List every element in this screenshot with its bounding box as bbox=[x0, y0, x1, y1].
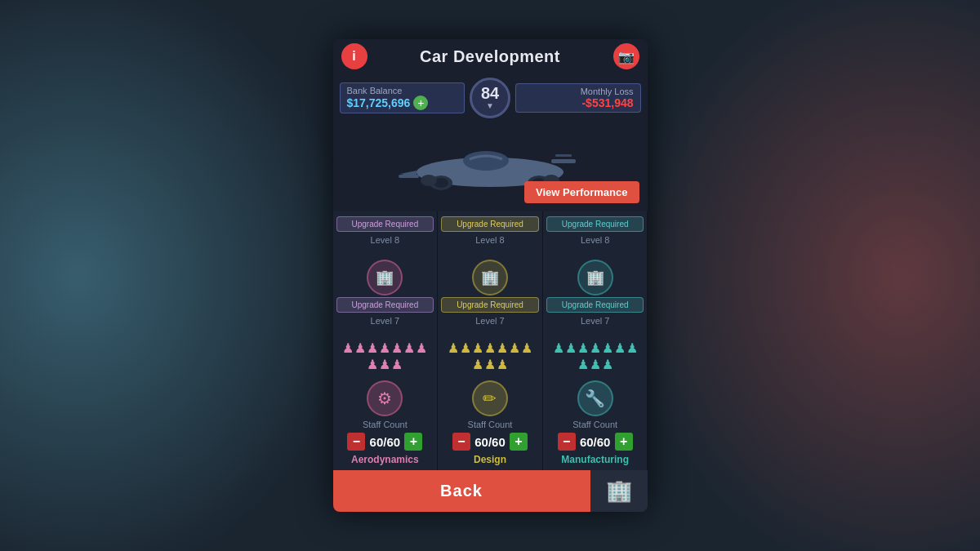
control-cell-design: ✏ Staff Count − 60/60 + Design bbox=[438, 375, 542, 470]
page-title: Car Development bbox=[420, 47, 560, 66]
staff-count-label-aero: Staff Count bbox=[363, 420, 408, 429]
back-button[interactable]: Back bbox=[333, 470, 590, 512]
upgrade-btn-design-mid[interactable]: Upgrade Required bbox=[441, 297, 539, 313]
building-footer-icon: 🏢 bbox=[590, 470, 648, 512]
car-display-area: View Performance bbox=[333, 122, 648, 211]
monthly-label: Monthly Loss bbox=[523, 87, 634, 96]
level-number: 84 bbox=[481, 85, 499, 101]
mfg-dept-icon: 🔧 bbox=[577, 380, 613, 416]
design-count-value: 60/60 bbox=[474, 435, 506, 449]
add-funds-button[interactable]: + bbox=[413, 96, 428, 110]
count-control-aero: − 60/60 + bbox=[347, 433, 422, 451]
level-mfg-top: Level 8 bbox=[581, 235, 609, 245]
svg-rect-3 bbox=[555, 154, 572, 157]
staff-count-label-design: Staff Count bbox=[468, 420, 513, 429]
count-control-mfg: − 60/60 + bbox=[558, 433, 633, 451]
dept-cell-design-mid: 🏢 Upgrade Required Level 7 bbox=[438, 253, 542, 334]
aero-count-value: 60/60 bbox=[368, 435, 401, 449]
staff-cell-aero: ♟ ♟ ♟ ♟ ♟ ♟ ♟ ♟ ♟ ♟ bbox=[333, 334, 438, 375]
footer: Back 🏢 bbox=[333, 470, 648, 512]
info-button[interactable]: i bbox=[341, 43, 368, 69]
svg-point-1 bbox=[463, 151, 509, 171]
dept-row-mid: 🏢 Upgrade Required Level 7 🏢 Upgrade Req… bbox=[333, 253, 648, 334]
staff-figures-aero: ♟ ♟ ♟ ♟ ♟ ♟ ♟ ♟ ♟ ♟ bbox=[340, 340, 430, 372]
control-cell-aero: ⚙ Staff Count − 60/60 + Aerodynamics bbox=[333, 375, 438, 470]
staff-controls-row: ⚙ Staff Count − 60/60 + Aerodynamics ✏ S… bbox=[333, 375, 648, 470]
bank-label: Bank Balance bbox=[347, 86, 458, 96]
bank-value: $17,725,696 bbox=[347, 96, 411, 109]
level-design-top: Level 8 bbox=[475, 235, 504, 245]
aero-plus-button[interactable]: + bbox=[404, 433, 422, 451]
svg-rect-2 bbox=[551, 159, 576, 163]
design-minus-button[interactable]: − bbox=[452, 433, 470, 451]
level-aero-top: Level 8 bbox=[371, 235, 399, 245]
dept-cell-mfg-top: Upgrade Required Level 8 bbox=[543, 211, 648, 253]
design-dept-name: Design bbox=[474, 454, 506, 465]
dept-cell-aero-top: Upgrade Required Level 8 bbox=[333, 211, 438, 253]
staff-cell-mfg: ♟ ♟ ♟ ♟ ♟ ♟ ♟ ♟ ♟ ♟ bbox=[543, 334, 648, 375]
monthly-loss-section: Monthly Loss -$531,948 bbox=[515, 83, 641, 113]
dept-cell-mfg-mid: 🏢 Upgrade Required Level 7 bbox=[543, 253, 648, 334]
upgrade-btn-mfg-mid[interactable]: Upgrade Required bbox=[546, 297, 644, 313]
dept-cell-design-top: Upgrade Required Level 8 bbox=[438, 211, 542, 253]
upgrade-btn-design-top[interactable]: Upgrade Required bbox=[441, 216, 539, 232]
design-dept-icon: ✏ bbox=[472, 380, 508, 416]
control-cell-mfg: 🔧 Staff Count − 60/60 + Manufacturing bbox=[543, 375, 648, 470]
aero-dept-icon: ⚙ bbox=[367, 380, 403, 416]
staff-count-label-mfg: Staff Count bbox=[572, 420, 617, 429]
building-icon-mfg: 🏢 bbox=[577, 260, 613, 295]
bank-balance-section: Bank Balance $17,725,696 + bbox=[340, 82, 466, 113]
count-control-design: − 60/60 + bbox=[452, 433, 528, 451]
svg-rect-4 bbox=[399, 175, 419, 178]
upgrade-btn-aero-top[interactable]: Upgrade Required bbox=[336, 216, 434, 232]
dept-cell-aero-mid: 🏢 Upgrade Required Level 7 bbox=[333, 253, 438, 334]
camera-button[interactable]: 📷 bbox=[613, 43, 639, 69]
view-performance-button[interactable]: View Performance bbox=[524, 181, 639, 203]
mfg-minus-button[interactable]: − bbox=[558, 433, 576, 451]
aero-dept-name: Aerodynamics bbox=[351, 454, 419, 465]
level-design-mid: Level 7 bbox=[475, 316, 504, 326]
level-aero-mid: Level 7 bbox=[371, 316, 399, 326]
monthly-value: -$531,948 bbox=[523, 96, 634, 109]
building-icon-design: 🏢 bbox=[472, 260, 508, 295]
header: i Car Development 📷 bbox=[333, 39, 648, 74]
upgrade-btn-mfg-top[interactable]: Upgrade Required bbox=[546, 216, 644, 232]
staff-cell-design: ♟ ♟ ♟ ♟ ♟ ♟ ♟ ♟ ♟ ♟ bbox=[438, 334, 542, 375]
mfg-dept-name: Manufacturing bbox=[561, 454, 629, 465]
aero-minus-button[interactable]: − bbox=[347, 433, 365, 451]
upgrade-btn-aero-mid[interactable]: Upgrade Required bbox=[336, 297, 434, 313]
design-plus-button[interactable]: + bbox=[510, 433, 528, 451]
main-panel: i Car Development 📷 Bank Balance $17,725… bbox=[333, 39, 648, 512]
mfg-count-value: 60/60 bbox=[579, 435, 612, 449]
staff-grid: ♟ ♟ ♟ ♟ ♟ ♟ ♟ ♟ ♟ ♟ ♟ ♟ ♟ ♟ ♟ ♟ ♟ ♟ bbox=[333, 334, 648, 375]
finance-bar: Bank Balance $17,725,696 + 84 ▼ Monthly … bbox=[333, 74, 648, 122]
level-badge: 84 ▼ bbox=[470, 78, 510, 118]
staff-figures-design: ♟ ♟ ♟ ♟ ♟ ♟ ♟ ♟ ♟ ♟ bbox=[445, 340, 535, 372]
chevron-down-icon: ▼ bbox=[486, 101, 494, 110]
mfg-plus-button[interactable]: + bbox=[615, 433, 633, 451]
building-icon-aero: 🏢 bbox=[367, 260, 403, 295]
dept-row-top: Upgrade Required Level 8 Upgrade Require… bbox=[333, 211, 648, 253]
level-mfg-mid: Level 7 bbox=[581, 316, 609, 326]
svg-point-9 bbox=[421, 175, 437, 186]
staff-figures-mfg: ♟ ♟ ♟ ♟ ♟ ♟ ♟ ♟ ♟ ♟ bbox=[550, 340, 640, 372]
